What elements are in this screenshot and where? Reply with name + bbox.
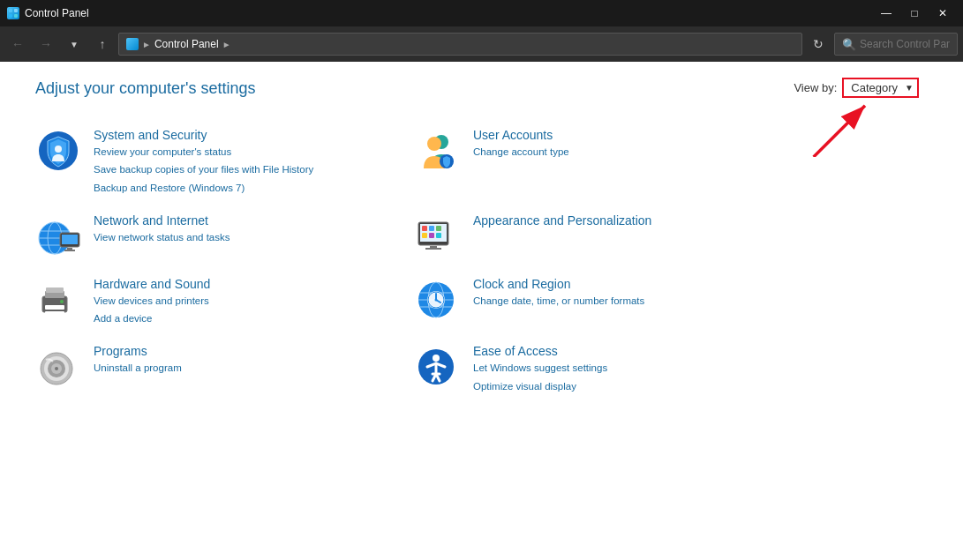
programs-text: Programs Uninstall a program	[94, 344, 182, 376]
chevron-down-icon: ▼	[901, 81, 917, 94]
search-box[interactable]: 🔍	[834, 33, 958, 56]
search-input[interactable]	[860, 38, 950, 50]
forward-button[interactable]: →	[34, 32, 58, 56]
network-internet-text: Network and Internet View network status…	[94, 213, 229, 245]
svg-point-43	[435, 298, 438, 301]
category-user-accounts[interactable]: User Accounts Change account type	[415, 119, 794, 205]
close-button[interactable]: ✕	[929, 4, 956, 22]
category-hardware-sound[interactable]: Hardware and Sound View devices and prin…	[35, 268, 415, 336]
svg-rect-1	[14, 9, 18, 12]
hardware-sound-link-1[interactable]: Add a device	[94, 311, 210, 326]
ease-of-access-text: Ease of Access Let Windows suggest setti…	[473, 344, 607, 394]
search-icon: 🔍	[842, 38, 856, 51]
appearance-text: Appearance and Personalization	[473, 213, 651, 228]
recent-button[interactable]: ▼	[62, 32, 87, 56]
user-accounts-name[interactable]: User Accounts	[473, 128, 569, 142]
programs-name[interactable]: Programs	[94, 344, 182, 358]
system-security-link-0[interactable]: Review your computer's status	[94, 145, 313, 160]
window-container: Control Panel — □ ✕ ← → ▼ ↑ ► Control Pa…	[0, 0, 963, 560]
svg-rect-25	[436, 233, 441, 238]
path-text: Control Panel	[154, 38, 219, 50]
appearance-icon	[415, 213, 461, 259]
svg-rect-33	[46, 287, 64, 293]
svg-rect-28	[42, 296, 67, 312]
svg-point-50	[433, 355, 440, 362]
clock-region-name[interactable]: Clock and Region	[473, 277, 644, 291]
title-bar-left: Control Panel	[7, 7, 89, 19]
user-accounts-link-0[interactable]: Change account type	[473, 145, 569, 160]
hardware-sound-text: Hardware and Sound View devices and prin…	[94, 277, 210, 327]
view-by-wrapper[interactable]: Category ▼	[842, 78, 919, 98]
control-panel-icon	[7, 7, 19, 19]
address-path[interactable]: ► Control Panel ►	[118, 33, 802, 56]
title-bar: Control Panel — □ ✕	[0, 0, 963, 26]
svg-point-7	[427, 137, 441, 151]
category-ease-of-access[interactable]: Ease of Access Let Windows suggest setti…	[415, 335, 794, 403]
svg-rect-20	[422, 226, 427, 231]
path-separator2: ►	[222, 40, 231, 49]
category-network-internet[interactable]: Network and Internet View network status…	[35, 205, 415, 268]
view-by-container: View by: Category ▼	[794, 78, 919, 98]
svg-point-5	[55, 146, 62, 153]
svg-rect-22	[436, 226, 441, 231]
category-appearance[interactable]: Appearance and Personalization	[415, 205, 794, 268]
svg-rect-27	[425, 248, 441, 250]
maximize-button[interactable]: □	[901, 4, 928, 22]
ease-of-access-name[interactable]: Ease of Access	[473, 344, 607, 358]
view-by-label: View by:	[794, 81, 837, 94]
categories-grid: System and Security Review your computer…	[35, 119, 794, 403]
svg-point-32	[60, 300, 64, 303]
clock-region-link-0[interactable]: Change date, time, or number formats	[473, 294, 644, 309]
network-internet-link-0[interactable]: View network status and tasks	[94, 230, 229, 245]
user-accounts-icon	[415, 128, 461, 174]
ease-of-access-link-0[interactable]: Let Windows suggest settings	[473, 361, 607, 376]
svg-rect-0	[9, 9, 12, 12]
svg-rect-17	[64, 250, 75, 251]
hardware-sound-name[interactable]: Hardware and Sound	[94, 277, 210, 291]
system-security-link-1[interactable]: Save backup copies of your files with Fi…	[94, 162, 313, 177]
refresh-button[interactable]: ↻	[806, 32, 831, 56]
ease-of-access-link-1[interactable]: Optimize visual display	[473, 379, 607, 394]
path-icon	[126, 38, 139, 50]
main-content: Adjust your computer's settings	[0, 62, 963, 560]
svg-rect-30	[45, 305, 64, 310]
svg-rect-31	[45, 311, 64, 316]
programs-link-0[interactable]: Uninstall a program	[94, 361, 182, 376]
content-body: Adjust your computer's settings	[0, 62, 963, 560]
svg-rect-3	[14, 14, 18, 18]
user-accounts-text: User Accounts Change account type	[473, 128, 569, 160]
network-internet-name[interactable]: Network and Internet	[94, 213, 229, 228]
hardware-sound-icon	[35, 277, 81, 323]
clock-region-icon	[415, 277, 461, 323]
clock-region-text: Clock and Region Change date, time, or n…	[473, 277, 644, 309]
system-security-link-2[interactable]: Backup and Restore (Windows 7)	[94, 181, 313, 196]
up-button[interactable]: ↑	[90, 32, 115, 56]
appearance-name[interactable]: Appearance and Personalization	[473, 213, 651, 228]
back-button[interactable]: ←	[5, 32, 30, 56]
minimize-button[interactable]: —	[873, 4, 899, 22]
address-bar: ← → ▼ ↑ ► Control Panel ► ↻ 🔍	[0, 26, 963, 62]
category-clock-region[interactable]: Clock and Region Change date, time, or n…	[415, 268, 794, 336]
svg-point-48	[55, 367, 58, 370]
svg-rect-15	[62, 235, 78, 244]
svg-rect-23	[422, 233, 427, 238]
hardware-sound-link-0[interactable]: View devices and printers	[94, 294, 210, 309]
programs-icon	[35, 344, 81, 390]
path-separator: ►	[142, 40, 151, 49]
network-internet-icon	[35, 213, 81, 259]
view-by-value: Category	[844, 79, 901, 96]
category-programs[interactable]: Programs Uninstall a program	[35, 335, 415, 403]
title-bar-controls: — □ ✕	[873, 4, 956, 22]
system-security-text: System and Security Review your computer…	[94, 128, 313, 196]
ease-of-access-icon	[415, 344, 461, 390]
svg-rect-2	[9, 14, 12, 18]
system-security-icon	[35, 128, 81, 174]
system-security-name[interactable]: System and Security	[94, 128, 313, 142]
title-bar-text: Control Panel	[25, 7, 89, 19]
category-system-security[interactable]: System and Security Review your computer…	[35, 119, 415, 205]
svg-rect-24	[429, 233, 434, 238]
svg-rect-21	[429, 226, 434, 231]
